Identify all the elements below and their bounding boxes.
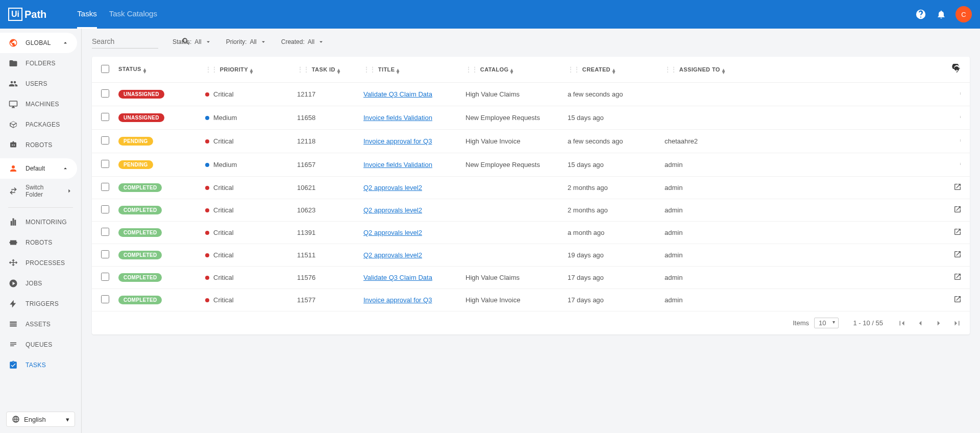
sidebar-jobs[interactable]: JOBS: [0, 273, 81, 294]
tab-task-catalogs[interactable]: Task Catalogs: [109, 0, 157, 29]
row-checkbox[interactable]: [101, 89, 109, 98]
sidebar-robots-top[interactable]: ROBOTS: [0, 135, 81, 155]
open-icon[interactable]: [953, 183, 962, 191]
status-badge: COMPLETED: [118, 251, 162, 259]
task-title-link[interactable]: Invoice approval for Q3: [363, 296, 432, 304]
open-icon[interactable]: [953, 250, 962, 258]
task-title-link[interactable]: Q2 approvals level2: [363, 206, 422, 214]
sidebar-packages[interactable]: PACKAGES: [0, 114, 81, 135]
more-icon[interactable]: [959, 112, 962, 122]
col-priority[interactable]: PRIORITY▴▾: [220, 66, 253, 73]
sort-icon[interactable]: ▴▾: [397, 68, 399, 74]
task-title-link[interactable]: Q2 approvals level2: [363, 251, 422, 259]
col-task-id[interactable]: TASK ID▴▾: [312, 66, 340, 73]
row-checkbox[interactable]: [101, 183, 109, 191]
sidebar-default[interactable]: Default: [0, 158, 77, 179]
search-box[interactable]: [92, 35, 158, 49]
sidebar-switch-folder[interactable]: Switch Folder: [0, 179, 81, 203]
created-cell: 17 days ago: [564, 267, 660, 289]
chevron-down-icon: [317, 38, 325, 45]
pager-last-icon[interactable]: [952, 319, 962, 328]
refresh-icon[interactable]: [951, 64, 962, 74]
drag-handle-icon[interactable]: ⋮⋮: [568, 66, 580, 73]
sort-icon[interactable]: ▴▾: [250, 68, 253, 74]
sort-icon[interactable]: ▴▾: [612, 68, 615, 74]
sidebar-monitoring[interactable]: MONITORING: [0, 212, 81, 232]
pager: Items 10 1 - 10 / 55: [92, 311, 970, 334]
sidebar-users[interactable]: USERS: [0, 74, 81, 94]
open-icon[interactable]: [953, 273, 962, 281]
sort-icon[interactable]: ▴▾: [510, 68, 513, 74]
pager-perpage-select[interactable]: 10: [814, 318, 839, 328]
filter-status[interactable]: Status: All: [173, 38, 212, 45]
sidebar-tasks[interactable]: TASKS: [0, 355, 81, 375]
drag-handle-icon[interactable]: ⋮⋮: [363, 66, 376, 73]
row-checkbox[interactable]: [101, 113, 109, 121]
sidebar-machines[interactable]: MACHINES: [0, 94, 81, 114]
svg-point-9: [960, 163, 961, 163]
select-all-checkbox[interactable]: [101, 65, 109, 73]
more-icon[interactable]: [959, 89, 962, 98]
task-id-cell: 11657: [293, 153, 359, 177]
task-title-link[interactable]: Q2 approvals level2: [363, 229, 422, 236]
row-checkbox[interactable]: [101, 136, 109, 145]
col-title[interactable]: TITLE▴▾: [378, 66, 400, 73]
row-checkbox[interactable]: [101, 295, 109, 303]
drag-handle-icon[interactable]: ⋮⋮: [465, 66, 478, 73]
row-checkbox[interactable]: [101, 273, 109, 281]
sidebar-folders[interactable]: FOLDERS: [0, 53, 81, 74]
filter-created[interactable]: Created: All: [281, 38, 325, 45]
help-icon[interactable]: [915, 8, 927, 20]
svg-point-1: [960, 93, 961, 94]
avatar[interactable]: C: [955, 6, 972, 22]
sort-icon[interactable]: ▴▾: [722, 68, 725, 74]
row-checkbox[interactable]: [101, 205, 109, 213]
col-assigned[interactable]: ASSIGNED TO▴▾: [679, 66, 725, 73]
bell-icon[interactable]: [935, 8, 947, 20]
task-title-link[interactable]: Validate Q3 Claim Data: [363, 90, 432, 98]
col-catalog[interactable]: CATALOG▴▾: [480, 66, 513, 73]
pager-next-icon[interactable]: [934, 319, 943, 328]
priority-label: Critical: [213, 184, 234, 191]
task-title-link[interactable]: Invoice fields Validation: [363, 161, 432, 169]
col-status[interactable]: STATUS▴▾: [118, 66, 146, 72]
sort-icon[interactable]: ▴▾: [337, 68, 340, 74]
pager-prev-icon[interactable]: [916, 319, 925, 328]
task-title-link[interactable]: Validate Q3 Claim Data: [363, 274, 432, 281]
filter-priority[interactable]: Priority: All: [226, 38, 267, 45]
sidebar-assets[interactable]: ASSETS: [0, 314, 81, 334]
pager-items-label: Items: [793, 319, 809, 327]
task-title-link[interactable]: Q2 approvals level2: [363, 184, 422, 191]
task-title-link[interactable]: Invoice approval for Q3: [363, 137, 432, 145]
open-icon[interactable]: [953, 295, 962, 303]
col-created[interactable]: CREATED▴▾: [582, 66, 616, 73]
open-icon[interactable]: [953, 205, 962, 213]
task-id-cell: 11576: [293, 267, 359, 289]
user-icon: [8, 163, 18, 174]
table-row: COMPLETED Critical 11577 Invoice approva…: [92, 289, 970, 311]
logo[interactable]: Ui Path: [8, 8, 46, 21]
priority-dot-icon: [205, 208, 209, 212]
sidebar-global[interactable]: GLOBAL: [0, 33, 77, 53]
row-checkbox[interactable]: [101, 160, 109, 168]
row-checkbox[interactable]: [101, 250, 109, 258]
drag-handle-icon[interactable]: ⋮⋮: [665, 66, 677, 73]
open-icon[interactable]: [953, 228, 962, 236]
more-icon[interactable]: [959, 136, 962, 145]
tab-tasks[interactable]: Tasks: [77, 0, 96, 29]
pager-first-icon[interactable]: [897, 319, 906, 328]
priority-dot-icon: [205, 276, 209, 280]
drag-handle-icon[interactable]: ⋮⋮: [205, 66, 218, 73]
sidebar-triggers[interactable]: TRIGGERS: [0, 294, 81, 314]
drag-handle-icon[interactable]: ⋮⋮: [297, 66, 310, 73]
more-icon[interactable]: [959, 159, 962, 169]
sidebar-processes[interactable]: PROCESSES: [0, 253, 81, 273]
header-right: C: [915, 6, 972, 22]
language-select[interactable]: English ▾: [6, 412, 75, 427]
sidebar-queues[interactable]: QUEUES: [0, 334, 81, 355]
sidebar-robots[interactable]: ROBOTS: [0, 232, 81, 253]
task-title-link[interactable]: Invoice fields Validation: [363, 114, 432, 122]
row-checkbox[interactable]: [101, 228, 109, 236]
sort-icon[interactable]: ▴▾: [143, 68, 146, 73]
search-input[interactable]: [92, 37, 181, 45]
